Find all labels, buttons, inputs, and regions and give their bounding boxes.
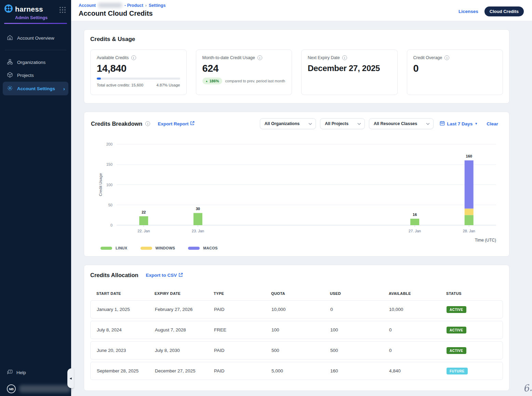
next-expiry-value: December 27, 2025 [308,63,391,73]
cell-used: 100 [324,327,383,332]
legend-item-windows[interactable]: WINDOWS [141,246,175,250]
credit-usage-chart-svg: 050100150200Credit Usage2222. Jan3023. J… [84,134,510,243]
compare-text: compared to prev. period last month [225,79,285,83]
chevron-down-icon [308,121,312,126]
resource-classes-filter-select[interactable]: All Resource Classes [369,118,434,129]
sidebar-divider [5,50,66,50]
sidebar-item-label: Organizations [17,60,45,65]
sidebar-item-projects[interactable]: Projects [0,69,71,82]
delta-value: 186% [209,79,219,83]
info-icon[interactable]: i [342,55,347,60]
cell-start: September 28, 2025 [91,368,149,373]
table-row: September 28, 2025December 27, 2025PAID5… [90,362,503,380]
svg-text:22. Jan: 22. Jan [137,229,150,233]
column-header: QUOTA [265,291,324,296]
svg-text:30: 30 [196,207,200,211]
chevron-down-icon [357,121,361,126]
legend-label: MACOS [203,246,217,250]
svg-text:23. Jan: 23. Jan [192,229,204,233]
home-icon [7,35,13,42]
avatar[interactable]: NB [7,384,16,393]
export-csv-link[interactable]: Export to CSV [146,273,183,278]
date-range-picker[interactable]: Last 7 Days ▼ [440,121,478,127]
gear-icon [7,85,13,92]
info-icon[interactable]: i [257,55,262,60]
usage-percent-label: 4.87% Usage [156,83,180,87]
page-header: Account - Product › Settings Account Clo… [71,0,532,21]
info-icon[interactable]: i [145,121,150,126]
svg-text:200: 200 [106,142,112,146]
cell-start: July 8, 2024 [91,327,149,332]
legend-swatch [188,247,200,250]
mtd-usage-card: Month-to-date Credit Usage i 624 ▲186% c… [196,50,292,95]
mtd-usage-label: Month-to-date Credit Usage [202,55,255,60]
cell-expiry: February 27, 2026 [149,307,208,312]
svg-text:28. Jan: 28. Jan [463,229,475,233]
info-icon[interactable]: i [131,55,136,60]
allocation-table-header: START DATEEXPIRY DATETYPEQUOTAUSEDAVAILA… [90,291,503,300]
chevron-right-icon: › [63,86,65,92]
credit-overage-card: Credit Overage i 0 [407,50,503,95]
help-button[interactable]: ? Help [7,369,71,376]
svg-text:Time (UTC): Time (UTC) [475,238,496,243]
sidebar-collapse-handle[interactable]: ◀ [67,368,74,388]
column-header: TYPE [208,291,265,296]
cell-quota: 5,000 [265,368,324,373]
legend-item-linux[interactable]: LINUX [101,246,128,250]
cell-available: 10,000 [383,307,440,312]
available-credits-value: 14,840 [97,63,180,74]
help-icon: ? [7,369,13,376]
clear-filters-link[interactable]: Clear [487,121,498,126]
column-header: AVAILABLE [383,291,440,296]
external-link-icon [178,273,183,278]
projects-filter-select[interactable]: All Projects [320,118,365,129]
module-grid-icon[interactable] [59,6,66,15]
total-active-credits-label: Total active credits: 15,600 [97,83,143,87]
sidebar-item-label: Account Overview [17,36,54,41]
cell-available: 0 [383,327,440,332]
sidebar-item-account-settings[interactable]: Account Settings › [3,82,68,95]
cloud-credits-button[interactable]: Cloud Credits [484,6,524,16]
status-badge: FUTURE [447,368,468,374]
cell-expiry: August 7, 2028 [149,327,208,332]
status-badge: ACTIVE [447,327,466,333]
harness-logo-icon [4,4,13,14]
column-header: START DATE [90,291,148,296]
user-profile[interactable]: NB [7,384,71,393]
available-credits-card: Available Credits i 14,840 Total active … [90,50,187,95]
table-row: June 20, 2023July 8, 2030PAID5005000ACTI… [90,341,503,359]
cell-type: PAID [208,307,265,312]
delta-badge: ▲186% [202,78,222,84]
legend-label: LINUX [116,246,128,250]
up-arrow-icon: ▲ [205,80,208,83]
legend-swatch [101,247,112,250]
breadcrumb-account-link[interactable]: Account [79,3,96,8]
export-report-link[interactable]: Export Report [158,121,195,126]
external-link-icon [190,121,195,126]
credit-overage-label: Credit Overage [413,55,442,60]
breadcrumb-product-link[interactable]: - Product [124,3,143,8]
info-icon[interactable]: i [444,55,449,60]
credits-allocation-section: Credits Allocation Export to CSV START D… [84,265,509,391]
cell-expiry: December 27, 2025 [149,368,208,373]
sidebar-item-organizations[interactable]: Organizations [0,56,71,69]
module-subtitle: Admin Settings [15,15,48,20]
cell-type: PAID [208,348,265,353]
page-title: Account Cloud Credits [79,10,165,17]
sidebar-item-account-overview[interactable]: Account Overview [0,31,71,44]
table-row: July 8, 2024August 7, 2028FREE1001000ACT… [90,321,503,339]
licenses-link[interactable]: Licenses [458,9,478,14]
cell-type: PAID [208,368,265,373]
table-row: January 1, 2025February 27, 2026PAID10,0… [90,300,503,318]
cell-used: 160 [324,368,383,373]
cell-start: June 20, 2023 [91,348,149,353]
svg-text:?: ? [10,370,11,373]
date-range-label: Last 7 Days [447,121,473,126]
breadcrumb-settings-link[interactable]: Settings [149,3,165,8]
available-credits-label: Available Credits [97,55,129,60]
organizations-filter-select[interactable]: All Organizations [260,118,316,129]
next-expiry-label: Next Expiry Date [308,55,340,60]
cell-available: 4,840 [383,368,440,373]
svg-text:27. Jan: 27. Jan [409,229,421,233]
legend-item-macos[interactable]: MACOS [188,246,217,250]
